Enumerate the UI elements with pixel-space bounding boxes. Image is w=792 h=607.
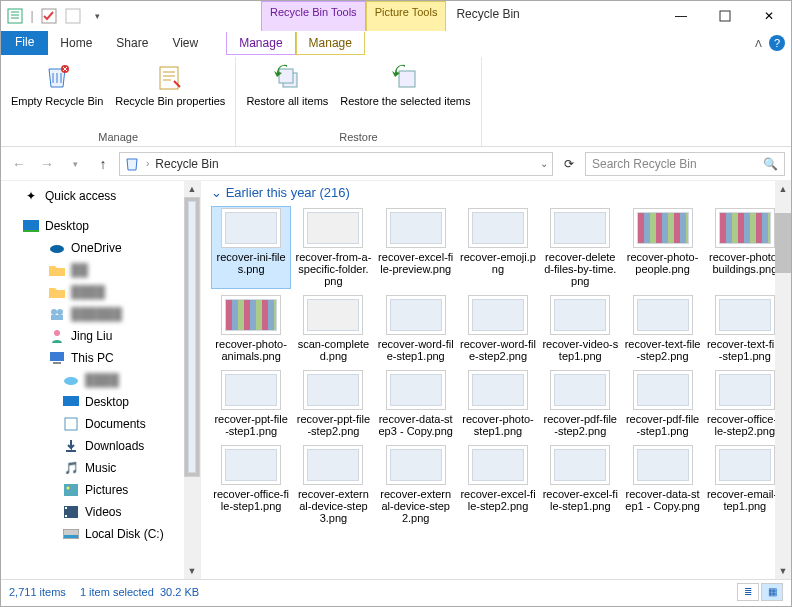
recycle-bin-properties-button[interactable]: Recycle Bin properties (111, 59, 229, 109)
file-thumbnail (386, 370, 446, 410)
thumbnails-view-button[interactable]: ▦ (761, 583, 783, 601)
nav-desktop[interactable]: Desktop (1, 215, 200, 237)
nav-onedrive[interactable]: OneDrive (1, 237, 200, 259)
minimize-button[interactable]: — (659, 1, 703, 31)
nav-music[interactable]: 🎵Music (1, 457, 200, 479)
manage-tab-recyclebin[interactable]: Manage (226, 32, 295, 55)
back-button[interactable]: ← (7, 152, 31, 176)
restore-selected-button[interactable]: Restore the selected items (336, 59, 474, 109)
file-item[interactable]: recover-data-step3 - Copy.png (376, 368, 456, 439)
nav-this-pc-label: This PC (71, 351, 114, 365)
nav-downloads-label: Downloads (85, 439, 144, 453)
details-view-button[interactable]: ≣ (737, 583, 759, 601)
file-item[interactable]: recover-photo-buildings.png (705, 206, 785, 289)
scroll-down-icon[interactable]: ▼ (775, 563, 791, 579)
file-item[interactable]: recover-ppt-file-step1.png (211, 368, 291, 439)
file-name-label: recover-deleted-files-by-time.png (542, 251, 618, 287)
scroll-up-icon[interactable]: ▲ (184, 181, 200, 197)
file-item[interactable]: recover-deleted-files-by-time.png (540, 206, 620, 289)
maximize-button[interactable] (703, 1, 747, 31)
file-item[interactable]: recover-text-file-step2.png (622, 293, 702, 364)
content-scrollbar[interactable]: ▲ ▼ (775, 181, 791, 579)
scroll-up-icon[interactable]: ▲ (775, 181, 791, 197)
home-tab[interactable]: Home (48, 32, 104, 54)
file-item[interactable]: recover-word-file-step1.png (376, 293, 456, 364)
file-item[interactable]: recover-excel-file-step1.png (540, 443, 620, 526)
file-tab[interactable]: File (1, 31, 48, 55)
qat-dropdown-icon[interactable]: ▾ (87, 6, 107, 26)
nav-local-disk-c[interactable]: Local Disk (C:) (1, 523, 200, 545)
nav-folder-2-label: ████ (71, 285, 105, 299)
nav-folder-2[interactable]: ████ (1, 281, 200, 303)
scroll-down-icon[interactable]: ▼ (184, 563, 200, 579)
file-item[interactable]: recover-pdf-file-step1.png (622, 368, 702, 439)
search-box[interactable]: Search Recycle Bin 🔍 (585, 152, 785, 176)
svg-point-13 (57, 309, 63, 315)
nav-videos[interactable]: Videos (1, 501, 200, 523)
file-item[interactable]: recover-office-file-step1.png (211, 443, 291, 526)
window-title: Recycle Bin (446, 1, 659, 31)
file-thumbnail (303, 208, 363, 248)
file-item[interactable]: recover-emoji.png (458, 206, 538, 289)
file-item[interactable]: recover-office-file-step2.png (705, 368, 785, 439)
nav-desktop-2[interactable]: Desktop (1, 391, 200, 413)
file-item[interactable]: recover-excel-file-preview.png (376, 206, 456, 289)
qat-checkbox-icon[interactable] (39, 6, 59, 26)
restore-selected-icon (389, 61, 421, 93)
status-item-count: 2,711 items (9, 586, 66, 598)
view-tab[interactable]: View (160, 32, 210, 54)
nav-quick-access[interactable]: ✦Quick access (1, 185, 200, 207)
file-item[interactable]: recover-photo-animals.png (211, 293, 291, 364)
file-item[interactable]: recover-text-file-step1.png (705, 293, 785, 364)
file-item[interactable]: scan-completed.png (293, 293, 373, 364)
tool-tab-recyclebin[interactable]: Recycle Bin Tools (261, 1, 366, 31)
file-item[interactable]: recover-ppt-file-step2.png (293, 368, 373, 439)
collapse-ribbon-icon[interactable]: ᐱ (751, 38, 765, 49)
share-tab[interactable]: Share (104, 32, 160, 54)
nav-cloud[interactable]: ████ (1, 369, 200, 391)
file-item[interactable]: recover-pdf-file-step2.png (540, 368, 620, 439)
content-scrollbar-thumb[interactable] (775, 213, 791, 273)
tool-tab-picture[interactable]: Picture Tools (366, 1, 447, 31)
nav-this-pc[interactable]: This PC (1, 347, 200, 369)
refresh-button[interactable]: ⟳ (557, 152, 581, 176)
nav-documents[interactable]: Documents (1, 413, 200, 435)
address-dropdown-icon[interactable]: ⌄ (540, 158, 548, 169)
help-icon[interactable]: ? (769, 35, 785, 51)
up-button[interactable]: ↑ (91, 152, 115, 176)
close-button[interactable]: ✕ (747, 1, 791, 31)
qat-separator: | (29, 6, 35, 26)
file-item[interactable]: recover-photo-step1.png (458, 368, 538, 439)
file-item[interactable]: recover-external-device-step2.png (376, 443, 456, 526)
file-thumbnail (633, 208, 693, 248)
file-item[interactable]: recover-video-step1.png (540, 293, 620, 364)
nav-scrollbar-thumb[interactable] (184, 197, 200, 477)
breadcrumb-chevron-icon[interactable]: › (146, 158, 149, 169)
qat-default-icon[interactable] (5, 6, 25, 26)
nav-downloads[interactable]: Downloads (1, 435, 200, 457)
forward-button[interactable]: → (35, 152, 59, 176)
file-item[interactable]: recover-excel-file-step2.png (458, 443, 538, 526)
restore-all-button[interactable]: Restore all items (242, 59, 332, 109)
breadcrumb-location[interactable]: Recycle Bin (155, 157, 218, 171)
file-item[interactable]: recover-external-device-step3.png (293, 443, 373, 526)
nav-folder-1[interactable]: ██ (1, 259, 200, 281)
file-item[interactable]: recover-data-step1 - Copy.png (622, 443, 702, 526)
address-bar[interactable]: › Recycle Bin ⌄ (119, 152, 553, 176)
file-thumbnail (221, 208, 281, 248)
nav-user[interactable]: Jing Liu (1, 325, 200, 347)
nav-pictures[interactable]: Pictures (1, 479, 200, 501)
file-item[interactable]: recover-photo-people.png (622, 206, 702, 289)
nav-homegroup[interactable]: ██████ (1, 303, 200, 325)
file-item[interactable]: recover-from-a-specific-folder.png (293, 206, 373, 289)
file-item[interactable]: recover-ini-files.png (211, 206, 291, 289)
empty-recycle-bin-button[interactable]: Empty Recycle Bin (7, 59, 107, 109)
group-header[interactable]: ⌄ Earlier this year (216) (201, 181, 791, 204)
title-bar: | ▾ Recycle Bin Tools Picture Tools Recy… (1, 1, 791, 31)
file-item[interactable]: recover-email-step1.png (705, 443, 785, 526)
manage-tab-picture[interactable]: Manage (296, 32, 365, 55)
qat-blank-icon[interactable] (63, 6, 83, 26)
nav-scrollbar[interactable]: ▲ ▼ (184, 181, 200, 579)
recent-locations-dropdown[interactable]: ▾ (63, 152, 87, 176)
file-item[interactable]: recover-word-file-step2.png (458, 293, 538, 364)
